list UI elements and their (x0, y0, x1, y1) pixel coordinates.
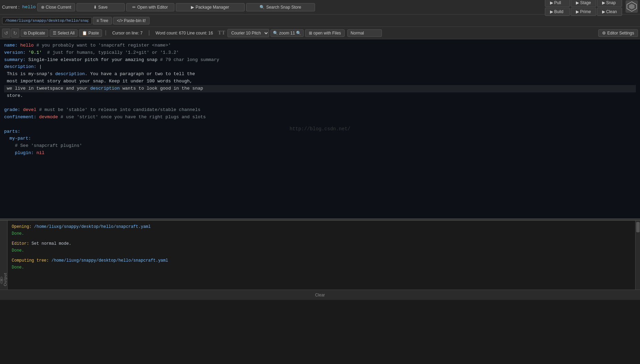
zoom-control[interactable]: 🔍 zoom 11 🔍 (271, 29, 304, 37)
code-line: summary: Single-line elevator pitch for … (4, 57, 636, 64)
scroll-thumb[interactable] (636, 222, 640, 232)
code-line: most important story about your snap. Ke… (4, 78, 636, 85)
zoom-value: zoom 11 (279, 31, 295, 36)
zoom-in-icon[interactable]: 🔍 (296, 31, 301, 36)
top-toolbar: Current : hello ⊗ Close Current ⬇ Save ✏… (0, 0, 640, 14)
close-current-button[interactable]: ⊗ Close Current (37, 3, 75, 11)
code-line: we live in tweetspace and your descripti… (4, 85, 636, 92)
select-all-button[interactable]: ☰ Select All (50, 29, 78, 37)
open-with-files-button[interactable]: ⊞ open with Files (305, 29, 345, 37)
code-line: description: | (4, 63, 636, 71)
select-all-icon: ☰ (53, 31, 57, 36)
word-count-info: Word count: 670 Line count: 16 (153, 31, 216, 36)
output-sidebar: × Output (0, 221, 8, 290)
prime-button[interactable]: ▶ Prime (571, 8, 596, 16)
code-line (4, 99, 636, 107)
clear-button[interactable]: Clear (309, 291, 331, 299)
undo-redo-group: ↺ ↻ (2, 29, 19, 38)
second-toolbar: ≡ Tree </> Paste-bin it! (0, 14, 640, 27)
pull-button[interactable]: ▶ Pull (545, 0, 570, 7)
package-icon: ▶ (191, 5, 194, 10)
prime-icon: ▶ (576, 9, 579, 14)
output-label: Output (3, 273, 7, 286)
undo-button[interactable]: ↺ (2, 29, 10, 38)
current-name: hello (22, 4, 36, 10)
stage-icon: ▶ (576, 0, 579, 5)
snap-actions: ▶ Pull ▶ Stage ▶ Snap ▶ Build ▶ Prime ▶ … (545, 0, 622, 16)
open-files-icon: ⊞ (309, 31, 312, 36)
clean-icon: ▶ (602, 9, 605, 14)
code-line: This is my-snap's description. You have … (4, 71, 636, 78)
code-line: # See 'snapcraft plugins' (4, 142, 636, 150)
stage-button[interactable]: ▶ Stage (571, 0, 596, 7)
paste-button[interactable]: 📋 Paste (79, 29, 102, 37)
divider-1: | (103, 30, 108, 36)
font-select[interactable]: Courier 10 Pitch (227, 29, 269, 37)
output-content[interactable]: Opening: /home/liuxg/snappy/desktop/hell… (8, 221, 635, 290)
divider-3: 𝐓𝐓 (217, 30, 226, 36)
code-line: confinement: devmode # use 'strict' once… (4, 114, 636, 121)
editor-area[interactable]: http://blog.csdn.net/ name: hello # you … (0, 39, 640, 219)
paste-edit-icon: 📋 (82, 31, 87, 36)
mode-select[interactable]: Normal (347, 29, 382, 37)
open-with-editor-button[interactable]: ✏ Open with Editor (126, 3, 174, 11)
paste-bin-button[interactable]: </> Paste-bin it! (113, 17, 150, 24)
file-path-input[interactable] (2, 17, 92, 24)
code-line: parts: (4, 128, 636, 135)
output-line: Editor: Set normal mode. (12, 240, 631, 247)
build-icon: ▶ (550, 9, 553, 14)
duplicate-button[interactable]: ⧉ Duplicate (21, 29, 48, 37)
redo-button[interactable]: ↻ (11, 29, 19, 38)
code-content: name: hello # you probably want to 'snap… (4, 42, 636, 157)
output-line: Done. (12, 264, 631, 271)
zoom-out-icon[interactable]: 🔍 (273, 31, 278, 36)
collapse-button[interactable]: × (0, 276, 3, 284)
duplicate-icon: ⧉ (24, 31, 27, 36)
save-button[interactable]: ⬇ Save (77, 3, 125, 11)
pull-icon: ▶ (550, 0, 553, 5)
output-line: Done. (12, 247, 631, 254)
code-line: plugin: nil (4, 150, 636, 157)
output-panel-container: × Output Opening: /home/liuxg/snappy/des… (0, 221, 640, 300)
save-icon: ⬇ (93, 5, 97, 10)
code-line: name: hello # you probably want to 'snap… (4, 42, 636, 49)
output-line: Opening: /home/liuxg/snappy/desktop/hell… (12, 223, 631, 230)
build-button[interactable]: ▶ Build (545, 8, 570, 16)
code-line: grade: devel # must be 'stable' to relea… (4, 107, 636, 114)
edit-toolbar: ↺ ↻ ⧉ Duplicate ☰ Select All 📋 Paste | C… (0, 27, 640, 39)
package-manager-button[interactable]: ▶ Package Manager (176, 3, 245, 11)
close-icon: ⊗ (41, 5, 44, 10)
tree-button[interactable]: ≡ Tree (93, 17, 112, 24)
code-line: version: '0.1' # just for humans, typica… (4, 49, 636, 57)
edit-icon: ✏ (132, 5, 136, 10)
paste-icon: </> (117, 18, 123, 23)
settings-gear-icon: ⚙ (602, 31, 606, 36)
snap-logo (626, 0, 638, 14)
current-label: Current : (2, 4, 20, 10)
snap-icon: ▶ (602, 0, 605, 5)
editor-settings-button[interactable]: ⚙ Editor Settings (598, 29, 638, 37)
code-line (4, 121, 636, 128)
output-panel: × Output Opening: /home/liuxg/snappy/des… (0, 221, 640, 290)
output-line: Computing tree: /home/liuxg/snappy/deskt… (12, 257, 631, 264)
cursor-info: Cursor on line: 7 (110, 31, 145, 36)
output-line: Done. (12, 230, 631, 237)
code-line: my-part: (4, 135, 636, 142)
search-snap-store-button[interactable]: 🔍 Search Snap Store (246, 3, 315, 11)
divider-2: | (147, 30, 152, 36)
tree-icon: ≡ (96, 18, 99, 23)
snap-button[interactable]: ▶ Snap (597, 0, 622, 7)
code-line: store. (4, 92, 636, 100)
output-footer: Clear (0, 290, 640, 300)
output-scrollbar[interactable] (635, 221, 640, 290)
search-icon: 🔍 (260, 5, 265, 10)
clean-button[interactable]: ▶ Clean (597, 8, 622, 16)
